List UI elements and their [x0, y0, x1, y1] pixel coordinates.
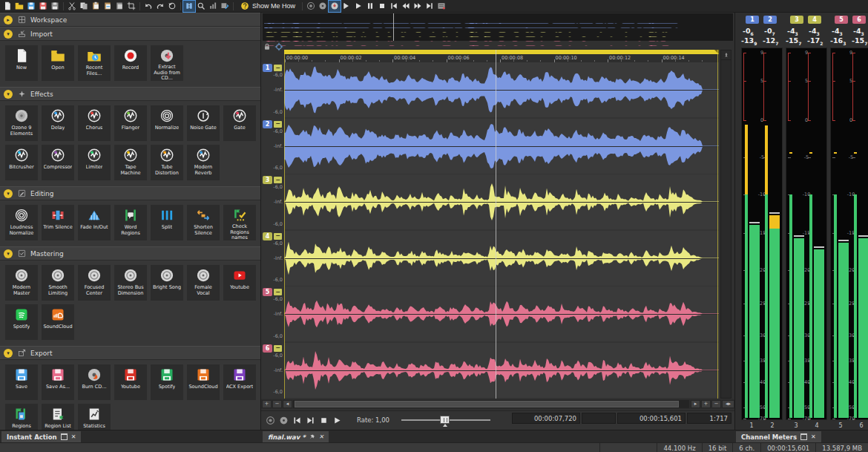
tile-open[interactable]: Open	[42, 45, 74, 81]
tile-normalize[interactable]: Normalize	[151, 105, 183, 141]
tile-noise-gate[interactable]: Noise Gate	[187, 105, 220, 141]
tile-fade-in-out[interactable]: Fade In/Out	[78, 205, 111, 240]
tile-spotify[interactable]: Spotify	[151, 364, 183, 400]
undo-button[interactable]	[142, 1, 154, 12]
channel-number-badge[interactable]: 2	[263, 120, 272, 128]
channel-number-badge[interactable]: 6	[263, 344, 272, 353]
tile-new[interactable]: New	[5, 45, 38, 81]
chevron-down-icon[interactable]: ▾	[4, 189, 13, 198]
section-header-editing[interactable]: ▾Editing	[0, 186, 260, 200]
tile-chorus[interactable]: Chorus	[78, 105, 111, 141]
tile-focused-center[interactable]: Focused Center	[78, 265, 111, 301]
channel-number-badge[interactable]: 3	[263, 176, 272, 184]
tile-loudness-normalize[interactable]: Loudness Normalize	[5, 205, 38, 240]
stop-button[interactable]	[317, 413, 330, 427]
tile-modern-reverb[interactable]: Modern Reverb	[187, 145, 220, 180]
save-as-button[interactable]	[37, 1, 49, 12]
section-header-import[interactable]: ▾Import	[0, 27, 260, 41]
meter-channel-badge-1[interactable]: 1	[746, 16, 759, 24]
tile-modern-master[interactable]: Modern Master	[5, 265, 38, 301]
section-header-effects[interactable]: ▾Effects	[0, 87, 260, 101]
zoom-fit-button[interactable]: ◂▸	[722, 400, 734, 408]
show-me-how-button[interactable]: Show Me How	[236, 1, 300, 12]
meter-body[interactable]: 950-5-10-15-20-25-30-35-40-50-70	[741, 48, 783, 420]
zoom-in-button[interactable]: +	[262, 400, 272, 408]
total-length-display[interactable]: 00:00:15,601	[617, 413, 685, 424]
channel-number-badge[interactable]: 5	[263, 288, 272, 296]
pin-icon[interactable]	[309, 433, 315, 440]
record-button[interactable]	[263, 413, 277, 427]
chevron-down-icon[interactable]: ▾	[4, 249, 13, 258]
vertical-scrollbar[interactable]	[720, 50, 731, 399]
tile-check-regions-names[interactable]: Check Regions names	[223, 205, 256, 240]
play-button[interactable]	[330, 413, 343, 427]
tile-gate[interactable]: Gate	[223, 105, 256, 141]
tile-extract-audio-from-cd[interactable]: Extract Audio from CD...	[151, 45, 183, 81]
cut-button[interactable]	[66, 1, 78, 12]
channel-number-badge[interactable]: 4	[263, 232, 272, 240]
tile-save[interactable]: Save	[5, 364, 38, 400]
waveform-channel-1[interactable]	[284, 62, 719, 117]
statistics-tool-button[interactable]	[207, 1, 219, 12]
meter-channel-badge-3[interactable]: 3	[790, 16, 803, 24]
selection-right-edge[interactable]	[717, 50, 718, 399]
section-header-workspace[interactable]: ▸Workspace	[0, 13, 260, 27]
save-all-button[interactable]	[49, 1, 61, 12]
paste-special-button[interactable]	[114, 1, 125, 12]
go-to-end-button[interactable]	[424, 1, 435, 12]
cd-write-button[interactable]	[277, 413, 290, 427]
channel-collapse-button[interactable]: −	[274, 65, 282, 71]
tile-tube-distortion[interactable]: Tube Distortion	[151, 145, 183, 180]
popup-window-icon[interactable]	[800, 433, 807, 440]
waveform-channel-6[interactable]	[284, 343, 719, 398]
tab-instant-action[interactable]: Instant Action ✕	[1, 431, 81, 442]
go-to-end-button[interactable]	[303, 413, 317, 427]
tile-save-as[interactable]: Save As...	[42, 364, 74, 400]
tile-record[interactable]: Record	[114, 45, 147, 81]
pause-button[interactable]	[364, 1, 376, 12]
close-icon[interactable]: ✕	[811, 433, 816, 440]
tile-ozone-9-elements[interactable]: Ozone 9 Elements	[5, 105, 38, 141]
tile-limiter[interactable]: Limiter	[78, 145, 111, 180]
waveform-channel-2[interactable]	[284, 119, 719, 174]
tile-soundcloud[interactable]: SoundCloud	[42, 304, 74, 340]
waveform-channel-5[interactable]	[284, 286, 719, 341]
undo-history-button[interactable]	[166, 1, 178, 12]
save-button[interactable]	[25, 1, 37, 12]
play-button[interactable]	[352, 1, 364, 12]
tile-female-vocal[interactable]: Female Vocal	[187, 265, 220, 301]
tile-spotify[interactable]: Spotify	[5, 304, 38, 340]
tile-compressor[interactable]: Compressor	[42, 145, 74, 180]
cd-write-button[interactable]	[317, 1, 329, 12]
go-to-start-button[interactable]	[290, 413, 303, 427]
tab-final-wav[interactable]: final.wav * ✕	[263, 431, 329, 442]
play-device-button[interactable]	[341, 1, 352, 12]
meter-channel-badge-2[interactable]: 2	[763, 16, 777, 24]
new-file-button[interactable]	[1, 1, 13, 12]
waveform-display-area[interactable]: 00:00:0000:00:0200:00:0400:00:0600:00:08…	[284, 50, 719, 399]
scroll-pin-icon[interactable]	[721, 50, 731, 60]
tile-youtube[interactable]: Youtube	[114, 364, 147, 400]
rate-slider-thumb[interactable]	[440, 416, 450, 424]
snap-crosshair-icon[interactable]	[274, 42, 283, 51]
tile-soundcloud[interactable]: SoundCloud	[187, 364, 220, 400]
chevron-down-icon[interactable]: ▾	[4, 90, 13, 99]
tile-burn-cd[interactable]: Burn CD...	[78, 364, 111, 400]
zoom-ratio-display[interactable]: 1:717	[687, 413, 731, 424]
tile-recent-files[interactable]: Recent Files...	[78, 45, 111, 81]
playlist-button[interactable]	[435, 1, 447, 12]
waveform-channel-4[interactable]	[284, 231, 719, 286]
tile-statistics[interactable]: Statistics	[78, 404, 111, 430]
selection-left-edge[interactable]	[284, 50, 285, 399]
meter-body[interactable]: 950-5-10-15-20-25-30-35-40-50-70	[830, 48, 868, 420]
close-icon[interactable]: ✕	[319, 433, 324, 440]
tile-youtube[interactable]: Youtube	[223, 265, 256, 301]
channel-collapse-button[interactable]: −	[274, 345, 282, 352]
popup-window-icon[interactable]	[61, 433, 68, 440]
open-file-button[interactable]	[13, 1, 25, 12]
tile-smooth-limiting[interactable]: Smooth Limiting	[42, 265, 74, 301]
batch-converter-button[interactable]	[219, 1, 231, 12]
tile-delay[interactable]: Delay	[42, 105, 74, 141]
close-icon[interactable]: ✕	[71, 433, 76, 440]
hscroll-thumb[interactable]	[295, 401, 679, 407]
